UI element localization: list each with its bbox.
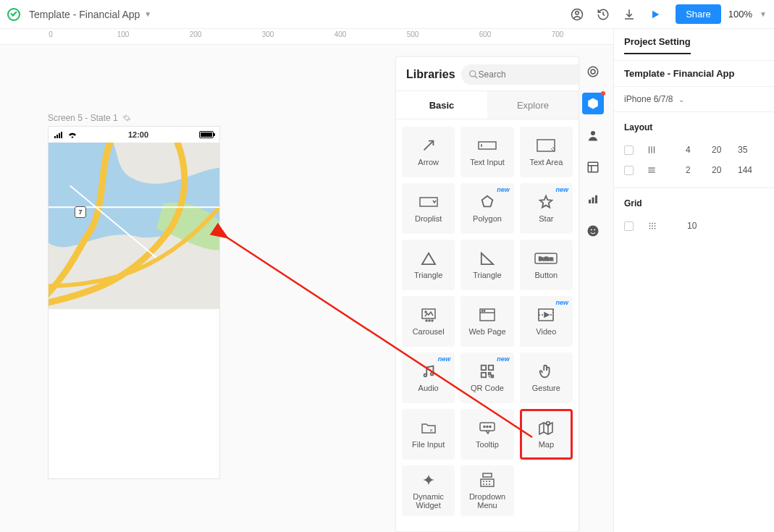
component-label: Droplist (415, 214, 442, 223)
component-webpage[interactable]: Web Page (460, 296, 513, 347)
phone-frame[interactable]: 12:00 7 (48, 126, 220, 479)
layout-columns-checkbox[interactable] (624, 145, 634, 155)
component-arrow[interactable]: Arrow (402, 127, 455, 177)
ruler-tick: 0 (49, 30, 53, 38)
rail-target-icon[interactable] (582, 61, 604, 83)
ruler-tick: 400 (335, 30, 347, 38)
account-icon[interactable] (570, 7, 584, 22)
svg-point-6 (469, 71, 475, 77)
component-grid: ArrowText InputText AreaDroplistnewPolyg… (396, 119, 579, 531)
grid-value: 10 (687, 221, 722, 231)
svg-point-41 (591, 229, 592, 231)
svg-point-1 (576, 11, 579, 14)
grid-section-label: Grid (624, 198, 764, 208)
component-droplist[interactable]: Droplist (402, 183, 455, 234)
new-badge: new (438, 355, 451, 363)
screen-label-text: Screen 5 - State 1 (48, 113, 118, 123)
component-tooltip[interactable]: Tooltip (460, 409, 513, 460)
component-dynamic[interactable]: Dynamic Widget (402, 465, 455, 516)
component-map[interactable]: Map (520, 409, 573, 460)
zoom-level[interactable]: 100% (728, 9, 752, 20)
component-button[interactable]: ButtonButton (520, 240, 573, 290)
grid-row[interactable]: 10 (624, 216, 764, 236)
component-video[interactable]: newVideo (520, 296, 573, 347)
svg-rect-39 (595, 195, 597, 203)
component-label: Button (534, 271, 558, 279)
download-icon[interactable] (622, 7, 636, 22)
map-route-marker: 7 (75, 206, 86, 218)
svg-point-33 (588, 67, 598, 77)
ruler-tick: 500 (407, 30, 419, 38)
svg-point-27 (484, 426, 485, 427)
svg-rect-38 (592, 198, 594, 203)
component-textarea[interactable]: Text Area (520, 127, 573, 177)
fileinput-icon (420, 420, 437, 436)
component-polygon[interactable]: newPolygon (460, 183, 513, 234)
ruler-tick: 600 (479, 30, 492, 38)
side-icon-rail (580, 56, 606, 242)
tab-explore[interactable]: Explore (487, 91, 579, 119)
library-search[interactable] (461, 64, 579, 85)
status-time: 12:00 (128, 130, 148, 139)
rail-emoji-icon[interactable] (582, 220, 604, 242)
svg-rect-23 (481, 366, 486, 370)
component-textinput[interactable]: Text Input (460, 127, 513, 177)
component-label: Video (536, 327, 556, 336)
layout-row-columns[interactable]: 4 20 35 (624, 140, 764, 160)
component-label: Text Area (529, 158, 563, 166)
play-icon[interactable] (648, 7, 662, 22)
canvas-map-widget[interactable]: 7 (49, 143, 219, 309)
document-title[interactable]: Template - Financial App (29, 9, 140, 20)
title-dropdown-icon[interactable]: ▼ (144, 10, 151, 18)
svg-point-51 (655, 228, 656, 229)
grid-checkbox[interactable] (624, 221, 634, 231)
component-label: Dropdown Menu (460, 492, 513, 510)
svg-point-30 (547, 421, 550, 425)
component-ddmenu[interactable]: Dropdown Menu (460, 465, 513, 516)
screen-label[interactable]: Screen 5 - State 1 (48, 113, 131, 123)
chevron-down-icon: ⌄ (678, 96, 684, 104)
svg-point-35 (591, 131, 595, 135)
screen-settings-icon[interactable] (122, 114, 131, 122)
new-badge: new (497, 186, 510, 193)
component-label: Map (539, 440, 554, 449)
rail-chart-icon[interactable] (582, 188, 604, 210)
webpage-icon (479, 307, 496, 323)
component-label: Audio (418, 384, 439, 392)
project-name: Template - Financial App (624, 68, 734, 79)
component-gesture[interactable]: Gesture (520, 352, 573, 403)
component-tri1[interactable]: Triangle (402, 240, 455, 290)
library-search-input[interactable] (479, 69, 579, 80)
ruler-tick: 300 (262, 30, 274, 38)
layout-section-label: Layout (624, 122, 764, 132)
tab-basic[interactable]: Basic (396, 91, 487, 119)
component-label: Triangle (473, 271, 501, 279)
rail-components-icon[interactable] (582, 93, 604, 114)
layout-row-rows[interactable]: 2 20 144 (624, 160, 764, 180)
layout-rows-checkbox[interactable] (624, 166, 634, 175)
component-audio[interactable]: newAudio (402, 352, 455, 403)
component-tri2[interactable]: Triangle (460, 240, 513, 290)
component-fileinput[interactable]: File Input (402, 409, 455, 460)
component-star[interactable]: newStar (520, 183, 573, 234)
zoom-dropdown-icon[interactable]: ▼ (760, 10, 767, 18)
new-badge: new (555, 186, 568, 193)
svg-rect-37 (589, 200, 591, 203)
component-label: Polygon (473, 214, 502, 223)
svg-point-44 (652, 223, 653, 224)
svg-rect-5 (61, 132, 62, 138)
polygon-icon (479, 194, 495, 210)
map-icon (537, 420, 555, 436)
component-carousel[interactable]: Carousel (402, 296, 455, 347)
device-selector[interactable]: iPhone 6/7/8 ⌄ (624, 87, 764, 111)
tooltip-icon (479, 420, 496, 436)
svg-point-47 (652, 225, 653, 227)
share-button[interactable]: Share (676, 4, 721, 24)
tab-project-setting[interactable]: Project Setting (624, 29, 691, 54)
component-qr[interactable]: newQR Code (460, 352, 513, 403)
history-icon[interactable] (596, 7, 610, 22)
rail-layout-icon[interactable] (582, 156, 604, 178)
star-icon (538, 194, 554, 210)
dynamic-icon (421, 472, 437, 488)
rail-person-icon[interactable] (582, 124, 604, 146)
